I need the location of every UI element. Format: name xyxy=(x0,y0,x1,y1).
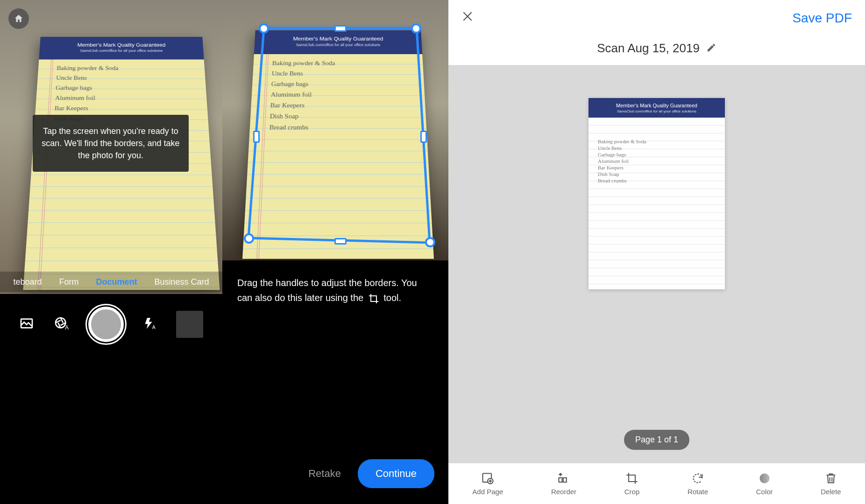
flash-button[interactable]: A xyxy=(143,316,156,333)
delete-button[interactable]: Delete xyxy=(821,472,841,496)
mode-document[interactable]: Document xyxy=(96,277,137,287)
crop-icon xyxy=(625,472,638,485)
notepad-header-text: Member's Mark Quality Guaranteed xyxy=(43,42,199,48)
home-icon xyxy=(14,14,24,24)
shutter-button[interactable] xyxy=(88,307,124,342)
notepad-subheader-text: SamsClub.com/office for all your office … xyxy=(43,49,200,53)
pencil-icon xyxy=(706,42,716,53)
scan-hint-tooltip: Tap the screen when you're ready to scan… xyxy=(33,115,189,172)
svg-rect-8 xyxy=(563,478,567,482)
rotate-icon xyxy=(691,472,704,485)
capture-screen: Member's Mark Quality Guaranteed SamsClu… xyxy=(0,0,222,504)
adjust-borders-screen: Member's Mark Quality Guaranteed SamsClu… xyxy=(222,0,448,504)
review-toolbar: Add Page Reorder Crop Rotate Color Delet… xyxy=(448,463,865,504)
page-indicator: Page 1 of 1 xyxy=(624,430,689,450)
crop-button[interactable]: Crop xyxy=(624,472,640,496)
review-screen: Save PDF Scan Aug 15, 2019 Member's Mark… xyxy=(448,0,865,504)
mode-form[interactable]: Form xyxy=(59,277,78,287)
trash-icon xyxy=(824,472,837,485)
close-icon xyxy=(461,10,474,22)
svg-point-9 xyxy=(759,474,769,483)
svg-rect-7 xyxy=(559,478,562,482)
scan-title: Scan Aug 15, 2019 xyxy=(597,41,700,56)
home-button[interactable] xyxy=(8,8,29,29)
crop-icon xyxy=(368,293,379,304)
adjust-borders-hint: Drag the handles to adjust the borders. … xyxy=(222,260,448,305)
review-top-bar: Save PDF xyxy=(448,0,865,36)
close-button[interactable] xyxy=(461,10,474,26)
captured-notepad: Member's Mark Quality Guaranteed SamsClu… xyxy=(242,30,433,257)
svg-text:A: A xyxy=(152,324,156,330)
rename-button[interactable] xyxy=(706,42,716,55)
mode-whiteboard[interactable]: teboard xyxy=(13,277,42,287)
color-icon xyxy=(758,472,771,485)
scan-mode-selector: teboard Form Document Business Card xyxy=(0,272,222,292)
mode-business-card[interactable]: Business Card xyxy=(154,277,209,287)
recent-scan-thumbnail[interactable] xyxy=(176,311,203,338)
reorder-icon xyxy=(557,472,570,485)
svg-point-1 xyxy=(56,318,65,328)
camera-viewfinder[interactable]: Member's Mark Quality Guaranteed SamsClu… xyxy=(0,0,222,294)
reorder-button[interactable]: Reorder xyxy=(551,472,576,496)
continue-button[interactable]: Continue xyxy=(358,459,434,488)
gallery-icon xyxy=(19,316,34,331)
color-button[interactable]: Color xyxy=(756,472,773,496)
scan-preview-area[interactable]: Member's Mark Quality Guaranteed SamsClu… xyxy=(448,65,865,463)
rotate-button[interactable]: Rotate xyxy=(688,472,708,496)
retake-button[interactable]: Retake xyxy=(308,468,341,480)
gallery-button[interactable] xyxy=(19,316,34,333)
auto-capture-button[interactable]: A xyxy=(54,316,69,333)
captured-image-view[interactable]: Member's Mark Quality Guaranteed SamsClu… xyxy=(222,0,448,260)
preview-handwriting: Baking powder & Soda Uncle Bens Garbage … xyxy=(598,138,646,184)
flash-auto-icon: A xyxy=(143,316,156,331)
border-action-row: Retake Continue xyxy=(308,459,434,488)
camera-controls: A A xyxy=(0,299,222,350)
scan-title-row: Scan Aug 15, 2019 xyxy=(448,36,865,65)
add-page-icon xyxy=(481,472,494,485)
aperture-auto-icon: A xyxy=(54,316,69,331)
scanned-page-preview[interactable]: Member's Mark Quality Guaranteed SamsClu… xyxy=(588,98,725,289)
handwriting-list: Baking powder & Soda Uncle Bens Garbage … xyxy=(269,58,335,133)
svg-text:A: A xyxy=(65,324,69,331)
add-page-button[interactable]: Add Page xyxy=(472,472,503,496)
save-pdf-button[interactable]: Save PDF xyxy=(792,11,852,26)
